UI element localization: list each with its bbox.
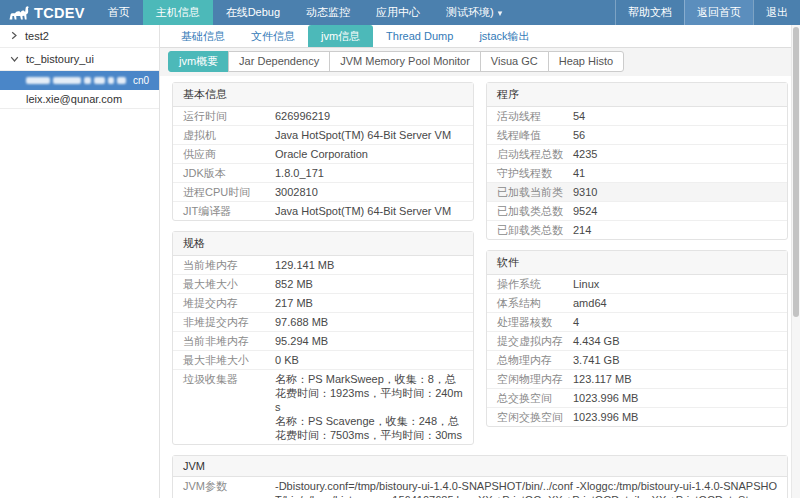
row-label: 当前非堆内存 (183, 334, 275, 348)
scrollbar-thumb[interactable] (793, 27, 799, 317)
sidebar: test2 tc_bistoury_ui cn0 leix.xie@qunar.… (0, 25, 160, 498)
nav-item-host-info[interactable]: 主机信息 (143, 0, 213, 25)
row-label: 提交虚拟内存 (497, 334, 573, 348)
nav-item-test-env-label: 测试环境) (446, 5, 494, 20)
row-value: 95.294 MB (275, 334, 463, 348)
row-value: 4 (573, 315, 777, 329)
nav-item-test-env-dropdown[interactable]: 测试环境) ▾ (433, 0, 515, 25)
row-value: 9310 (573, 185, 777, 199)
row-label: 最大堆大小 (183, 277, 275, 291)
info-row-highlighted: 已加载当前类 9310 (487, 183, 787, 202)
caret-down-icon: ▾ (498, 8, 503, 18)
info-row: 堆提交内存 217 MB (173, 294, 473, 313)
row-label: 守护线程数 (497, 166, 573, 180)
info-row: 最大堆大小 852 MB (173, 275, 473, 294)
panel-program: 程序 活动线程 54 线程峰值 56 启动线程总数 4235 (486, 82, 788, 240)
info-row: 当前非堆内存 95.294 MB (173, 332, 473, 351)
row-value: Oracle Corporation (275, 147, 463, 161)
row-value: 0 KB (275, 353, 463, 367)
row-label: 空闲物理内存 (497, 372, 573, 386)
subtab-jar-dependency[interactable]: Jar Dependency (228, 51, 330, 72)
row-value: 1.8.0_171 (275, 166, 463, 180)
info-row: 体系结构 amd64 (487, 294, 787, 313)
tab-basic-info[interactable]: 基础信息 (168, 25, 238, 47)
row-label: 已加载类总数 (497, 204, 573, 218)
panel-spec: 规格 当前堆内存 129.141 MB 最大堆大小 852 MB 堆提交内存 2… (172, 231, 474, 445)
navbar-right-group: 帮助文档 返回首页 退出 (615, 0, 800, 25)
info-row: 提交虚拟内存 4.434 GB (487, 332, 787, 351)
row-label: 已卸载类总数 (497, 223, 573, 237)
sidebar-group-label: tc_bistoury_ui (26, 53, 94, 65)
brand-name: TCDEV (34, 5, 85, 21)
row-value: 1023.996 MB (573, 391, 777, 405)
info-row: 空闲交换空间 1023.996 MB (487, 408, 787, 426)
hostname-suffix: cn0 (133, 75, 149, 86)
tab-jvm-info[interactable]: jvm信息 (308, 25, 373, 47)
info-row: 最大非堆大小 0 KB (173, 351, 473, 370)
row-label: 当前堆内存 (183, 258, 275, 272)
info-row: 守护线程数 41 (487, 164, 787, 183)
panel-software: 软件 操作系统 Linux 体系结构 amd64 处理器核数 4 (486, 250, 788, 427)
vertical-scrollbar[interactable] (791, 25, 800, 498)
row-value: 214 (573, 223, 777, 237)
row-label: 总交换空间 (497, 391, 573, 405)
nav-item-app-center[interactable]: 应用中心 (363, 0, 433, 25)
subtab-jvm-summary[interactable]: jvm概要 (168, 51, 229, 72)
row-value: 97.688 MB (275, 315, 463, 329)
panel-basic-info: 基本信息 运行时间 626996219 虚拟机 Java HotSpot(TM)… (172, 82, 474, 221)
tab-jstack-output[interactable]: jstack输出 (466, 25, 542, 47)
nav-item-dynamic-monitor[interactable]: 动态监控 (293, 0, 363, 25)
top-navbar: TCDEV 首页 主机信息 在线Debug 动态监控 应用中心 测试环境) ▾ … (0, 0, 800, 25)
panel-title: 程序 (487, 83, 787, 107)
row-value: Java HotSpot(TM) 64-Bit Server VM (275, 204, 463, 218)
info-row: 进程CPU时间 3002810 (173, 183, 473, 202)
row-label: JDK版本 (183, 166, 275, 180)
main-area: 基础信息 文件信息 jvm信息 Thread Dump jstack输出 jvm… (160, 25, 800, 498)
info-row: 总交换空间 1023.996 MB (487, 389, 787, 408)
content-area: 基本信息 运行时间 626996219 虚拟机 Java HotSpot(TM)… (160, 76, 800, 498)
info-row: 已卸载类总数 214 (487, 221, 787, 239)
sidebar-user-item[interactable]: leix.xie@qunar.com (0, 90, 159, 109)
nav-item-logout[interactable]: 退出 (753, 0, 800, 25)
sidebar-group-label: test2 (25, 30, 49, 42)
row-value: 54 (573, 109, 777, 123)
row-value: 626996219 (275, 109, 463, 123)
sidebar-group-test2[interactable]: test2 (0, 25, 159, 48)
nav-item-online-debug[interactable]: 在线Debug (213, 0, 293, 25)
row-value: 1023.996 MB (573, 410, 777, 424)
tab-file-info[interactable]: 文件信息 (238, 25, 308, 47)
page-layout: test2 tc_bistoury_ui cn0 leix.xie@qunar.… (0, 25, 800, 498)
info-row: 当前堆内存 129.141 MB (173, 256, 473, 275)
info-row: JVM参数 -Dbistoury.conf=/tmp/bistoury-ui-1… (173, 477, 787, 498)
row-value: 9524 (573, 204, 777, 218)
sidebar-group-tc-bistoury-ui[interactable]: tc_bistoury_ui (0, 48, 159, 71)
nav-item-help-docs[interactable]: 帮助文档 (615, 0, 684, 25)
subtab-jvm-memory-pool-monitor[interactable]: JVM Memory Pool Monitor (329, 51, 481, 72)
row-label: 线程峰值 (497, 128, 573, 142)
info-row: 虚拟机 Java HotSpot(TM) 64-Bit Server VM (173, 126, 473, 145)
row-value: 名称：PS MarkSweep，收集：8，总花费时间：1923ms，平均时间：2… (275, 372, 463, 442)
info-row: 已加载类总数 9524 (487, 202, 787, 221)
nav-item-return-home[interactable]: 返回首页 (684, 0, 753, 25)
info-row: 运行时间 626996219 (173, 107, 473, 126)
subtab-visua-gc[interactable]: Visua GC (480, 51, 549, 72)
row-value: Linux (573, 277, 777, 291)
row-label: 供应商 (183, 147, 275, 161)
row-value: 217 MB (275, 296, 463, 310)
row-label: 活动线程 (497, 109, 573, 123)
row-label: 进程CPU时间 (183, 185, 275, 199)
nav-item-home[interactable]: 首页 (95, 0, 143, 25)
row-label: JVM参数 (183, 479, 275, 498)
chevron-right-icon (10, 30, 18, 42)
main-tab-bar: 基础信息 文件信息 jvm信息 Thread Dump jstack输出 (160, 25, 800, 48)
info-row: JIT编译器 Java HotSpot(TM) 64-Bit Server VM (173, 202, 473, 220)
info-row: 线程峰值 56 (487, 126, 787, 145)
info-row: 垃圾收集器 名称：PS MarkSweep，收集：8，总花费时间：1923ms，… (173, 370, 473, 444)
sidebar-host-item-selected[interactable]: cn0 (0, 71, 159, 90)
app-logo[interactable]: TCDEV (0, 0, 95, 25)
tab-thread-dump[interactable]: Thread Dump (373, 25, 466, 47)
row-label: 启动线程总数 (497, 147, 573, 161)
subtab-heap-histo[interactable]: Heap Histo (548, 51, 624, 72)
camel-logo-icon (8, 5, 30, 20)
sub-tab-group: jvm概要 Jar Dependency JVM Memory Pool Mon… (168, 51, 624, 72)
